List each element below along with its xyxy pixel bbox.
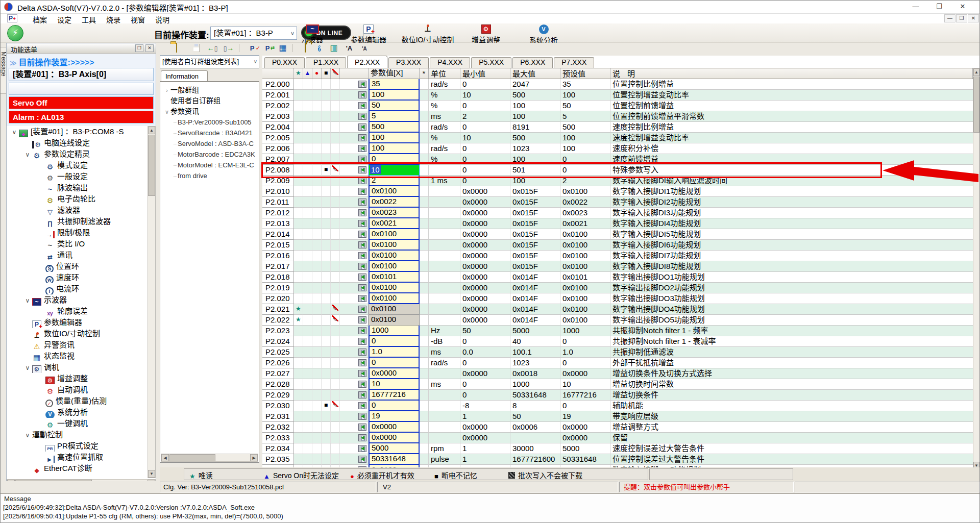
group-tree-item[interactable]: ›一般群组 [162,85,259,95]
write-param-icon[interactable] [358,252,366,259]
param-value-cell[interactable]: 0x0100 [369,240,420,251]
scroll-right-button[interactable] [250,454,258,461]
write-param-icon[interactable] [358,145,366,152]
param-id-cell[interactable]: P2.003 [262,111,294,122]
table-row[interactable]: P2.00035rad/s0204735位置控制比例增益 [262,79,973,90]
table-row[interactable]: P2.0260rad/s010230外部干扰抵抗增益 [262,358,973,368]
sidebar-tree-item[interactable]: 电子齿轮比 [7,193,148,205]
table-row[interactable]: P2.0150x01000x00000x015F0x0100数字输入接脚DI6功… [262,240,973,251]
expand-arrow-icon[interactable]: ∨ [23,149,32,160]
param-value-cell[interactable]: 0x0000 [369,422,420,433]
scrollbar-thumb[interactable] [148,135,155,196]
write-param-icon[interactable] [358,295,366,302]
sidebar-tree-item[interactable]: 限制/极限 [7,227,148,238]
param-value-cell[interactable]: 0x0100 [369,261,420,272]
table-row[interactable]: P2.0180x01010x00000x014F0x0101数字输出接脚DO1功… [262,272,973,283]
tab-p4.xxx[interactable]: P4.XXX [430,57,470,68]
qbtn-chart[interactable] [328,43,340,54]
scroll-down-button[interactable] [148,470,155,478]
param-id-cell[interactable]: P2.005 [262,133,294,143]
maximize-button[interactable]: ❐ [928,0,950,13]
table-row[interactable]: P2.0210x01000x00000x014F0x0100数字输出接脚DO4功… [262,304,973,315]
param-value-cell[interactable]: 0x0100 [369,293,420,304]
table-row[interactable]: P2.004500rad/s08191500速度控制比例增益 [262,122,973,133]
sidebar-tree-item[interactable]: 异警资讯 [7,339,148,351]
group-tree-item[interactable]: MotorModel : ECM-E3L-C [162,160,259,170]
qbtn-help[interactable] [313,43,326,54]
group-tree-item[interactable]: ServoModel : ASD-B3A-C [162,138,259,149]
param-id-cell[interactable]: P2.027 [262,368,294,379]
param-value-cell[interactable]: 50 [369,101,420,111]
param-value-cell[interactable]: 16777216 [369,390,420,401]
table-row[interactable]: P2.0130x00210x00000x015F0x0021数字输入接脚DI4功… [262,218,973,229]
table-row[interactable]: P2.0120x00230x00000x015F0x0023数字输入接脚DI3功… [262,208,973,218]
param-value-cell[interactable]: 0x0100 [369,304,420,315]
tab-p7.xxx[interactable]: P7.XXX [554,57,594,68]
param-id-cell[interactable]: P2.032 [262,422,294,433]
pin-button[interactable] [135,44,143,52]
param-id-cell[interactable]: P2.013 [262,218,294,229]
param-value-cell[interactable]: 0x0023 [369,208,420,218]
param-id-cell[interactable]: P2.028 [262,379,294,390]
table-row[interactable]: P2.00250%010050位置控制前馈增益 [262,101,973,111]
write-param-icon[interactable] [358,231,366,238]
tab-p6.xxx[interactable]: P6.XXX [512,57,553,68]
table-row[interactable]: P2.0240-dB0400共振抑制Notch filter 1 - 衰减率 [262,336,973,347]
write-param-icon[interactable] [358,91,366,98]
tab-p5.xxx[interactable]: P5.XXX [471,57,511,68]
param-value-cell[interactable]: 35 [369,79,420,90]
param-value-cell[interactable]: 0 [369,358,420,368]
table-row[interactable]: P2.0311915019带宽响应层级 [262,411,973,422]
param-value-cell[interactable]: 1.0 [369,347,420,358]
table-row[interactable]: P2.006100rad/s01023100速度积分补偿 [262,143,973,154]
table-row[interactable]: P2.03550331648pulse1167772160050331648位置… [262,454,973,465]
tab-p1.xxx[interactable]: P1.XXX [306,57,346,68]
sidebar-tree-item[interactable]: ∨参数设定精灵 [7,148,148,160]
param-id-cell[interactable]: P2.021 [262,304,294,315]
param-value-cell[interactable]: 1000 [369,326,420,336]
expand-arrow-icon[interactable]: ∨ [23,295,32,306]
param-value-cell[interactable]: 0x0100 [369,251,420,261]
expand-arrow-icon[interactable]: ∨ [23,430,32,440]
param-value-cell[interactable]: 100 [369,133,420,143]
header-asterisk[interactable]: * [420,68,429,79]
tab-information[interactable]: Information [161,70,208,82]
param-id-cell[interactable]: P2.016 [262,251,294,261]
tab-p2.xxx[interactable]: P2.XXX [347,56,387,68]
app-menu-icon[interactable] [7,14,17,22]
group-tree-item[interactable]: ServoBarcode : B3A0421 [162,128,259,138]
table-row[interactable]: P2.0291677721605033164816777216增益切换条件 [262,390,973,401]
sidebar-tree-item[interactable]: PR模式设定 [7,440,148,452]
sidebar-tree-item[interactable]: 参数编辑器 [7,317,148,328]
write-param-icon[interactable] [358,316,366,323]
header-square-flag[interactable] [322,68,331,79]
sidebar-tree-item[interactable]: 位置环 [7,261,148,272]
sidebar-tree-item[interactable]: 共振抑制滤波器 [7,216,148,227]
gain-tuning-button[interactable]: 增益调整 [456,24,516,44]
write-param-icon[interactable] [358,370,366,377]
header-description[interactable]: 说明 [610,68,973,79]
header-min[interactable]: 最小值 [460,68,510,79]
param-value-cell[interactable]: 0x0000 [369,433,420,443]
param-value-cell[interactable]: 0x0022 [369,197,420,208]
sidebar-tree-item[interactable]: 一键调机 [7,418,148,429]
group-tree-item[interactable]: ∨参数资讯 [162,106,259,117]
param-id-cell[interactable]: P2.035 [262,454,294,465]
param-value-cell[interactable]: 19 [369,411,420,422]
header-circle-flag[interactable] [312,68,322,79]
table-row[interactable]: P2.0160x01000x00000x015F0x0100数字输入接脚DI7功… [262,251,973,261]
param-id-cell[interactable]: P2.002 [262,101,294,111]
write-param-icon[interactable] [358,156,366,163]
sidebar-tree-item[interactable]: 轮廓误差 [7,306,148,317]
param-id-cell[interactable]: P2.017 [262,261,294,272]
write-param-icon[interactable] [358,241,366,248]
close-button[interactable]: ✕ [951,0,974,13]
info-horizontal-scrollbar[interactable] [161,454,258,462]
expand-arrow-icon[interactable]: ∨ [163,107,170,117]
write-param-icon[interactable] [358,284,366,291]
write-param-icon[interactable] [358,273,366,281]
param-id-cell[interactable]: P2.026 [262,358,294,368]
param-value-cell[interactable]: 0x0100 [369,283,420,293]
param-id-cell[interactable]: P2.020 [262,293,294,304]
sidebar-tree-item[interactable]: 自动调机 [7,384,148,395]
